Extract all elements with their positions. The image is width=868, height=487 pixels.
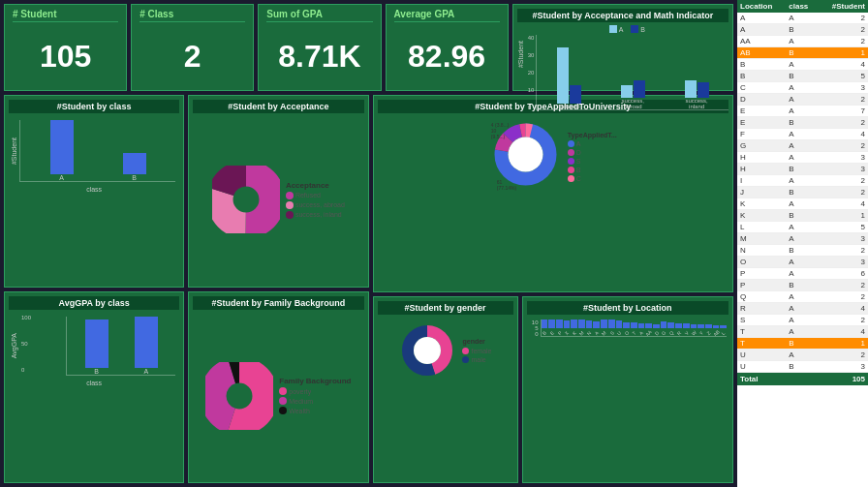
table-row: D A 2: [737, 94, 868, 106]
student-table: Location class #Student A A 2 A B 2 AA A…: [737, 0, 868, 385]
cell-count: 2: [819, 245, 868, 257]
middle-charts: #Student by Acceptance Acceptance: [188, 95, 368, 483]
location-bar-group: R: [675, 320, 682, 336]
location-label: V: [683, 329, 690, 336]
location-bar-group: G: [661, 320, 667, 336]
table-row: P A 6: [737, 268, 868, 280]
cell-class: A: [786, 198, 818, 210]
cell-class: A: [786, 152, 818, 164]
type-applied-legend: TypeAppliedT... A D S: [568, 132, 617, 182]
table-row: AB B 1: [737, 47, 868, 59]
table-row: E B 2: [737, 117, 868, 129]
cell-location: P: [737, 268, 786, 280]
kpi-avg-gpa-value: 82.96: [394, 26, 500, 86]
table-row: B B 5: [737, 71, 868, 82]
location-bar-group: K: [571, 320, 577, 336]
avg-gpa-by-class-card: AvgGPA by class AvgGPA 100500 B: [4, 291, 184, 484]
table-row: I A 2: [737, 175, 868, 187]
cell-class: B: [786, 47, 818, 59]
gender-legend: gender female male: [462, 338, 491, 363]
family-bg-pie: [205, 362, 273, 430]
location-label: O: [623, 329, 630, 336]
location-label: N: [586, 329, 593, 336]
cell-class: A: [786, 13, 818, 24]
location-bar: [691, 324, 698, 328]
location-label: Z: [705, 329, 711, 335]
location-label: Y: [698, 329, 704, 336]
total-value: 105: [819, 373, 868, 386]
location-bar-group: L: [720, 320, 727, 336]
location-bar: [608, 320, 615, 328]
location-bar: [675, 323, 682, 328]
location-bar-group: A: [593, 320, 600, 336]
location-bar-group: O: [623, 320, 630, 336]
table-row: N B 2: [737, 245, 868, 257]
kpi-student: # Student 105: [4, 4, 127, 91]
cell-count: 4: [819, 198, 868, 210]
family-bg-legend: Family Background poverty Medium Wealth: [279, 377, 351, 414]
location-bar-group: AA: [645, 320, 652, 336]
location-label: D: [653, 329, 660, 336]
location-bar: [616, 320, 623, 327]
kpi-gpa-sum-title: Sum of GPA: [266, 9, 372, 22]
location-label: E: [548, 329, 555, 336]
cell-class: A: [786, 326, 818, 338]
location-bar-group: V: [683, 320, 690, 336]
location-label: AA: [644, 328, 653, 336]
cell-class: A: [786, 233, 818, 245]
cell-count: 3: [819, 233, 868, 245]
location-title: #Student by Location: [527, 301, 729, 315]
location-bar-group: E: [548, 320, 555, 336]
location-label: B: [542, 329, 548, 336]
cell-location: D: [737, 94, 786, 106]
location-bar-group: Y: [698, 320, 704, 336]
location-label: K: [571, 329, 577, 336]
location-bar-group: U: [616, 320, 623, 336]
kpi-student-value: 105: [13, 26, 118, 86]
location-bar-group: N: [586, 320, 593, 336]
cell-location: H: [737, 152, 786, 164]
svg-point-11: [508, 137, 542, 172]
location-label: S: [608, 329, 615, 336]
kpi-row: # Student 105 # Class 2 Sum of GPA 8.71K…: [4, 4, 733, 91]
location-bar-group: X: [564, 320, 571, 336]
cell-count: 5: [819, 71, 868, 82]
location-bar: [638, 323, 645, 328]
location-bar-group: S: [608, 320, 615, 336]
cell-count: 3: [819, 152, 868, 164]
location-bar: [548, 320, 555, 328]
cell-location: A: [737, 24, 786, 36]
cell-count: 2: [819, 36, 868, 47]
table-row: K A 4: [737, 198, 868, 210]
location-bar: [683, 323, 690, 327]
cell-count: 3: [819, 257, 868, 268]
cell-location: T: [737, 326, 786, 338]
cell-count: 2: [819, 94, 868, 106]
cell-count: 2: [819, 291, 868, 303]
table-row: S A 2: [737, 315, 868, 326]
location-bar-group: Q: [667, 320, 674, 336]
location-bar-group: B: [542, 320, 548, 336]
location-label: X: [564, 329, 571, 336]
cell-location: G: [737, 140, 786, 152]
cell-class: A: [786, 303, 818, 315]
location-bar: [645, 323, 652, 327]
cell-count: 3: [819, 361, 868, 373]
cell-location: K: [737, 210, 786, 222]
cell-location: Q: [737, 291, 786, 303]
cell-location: AB: [737, 47, 786, 59]
cell-location: R: [737, 303, 786, 315]
cell-location: S: [737, 315, 786, 326]
kpi-class-value: 2: [140, 26, 245, 86]
location-label: R: [675, 329, 682, 336]
location-label: M: [601, 329, 607, 336]
cell-count: 4: [819, 129, 868, 140]
cell-class: A: [786, 268, 818, 280]
acceptance-legend: Acceptance Refused success, abroad succe…: [286, 181, 345, 219]
table-row: U A 2: [737, 350, 868, 361]
location-bar-group: M: [578, 320, 585, 336]
location-bar: [623, 322, 630, 328]
cell-class: B: [786, 245, 818, 257]
location-bar-group: M: [601, 320, 607, 336]
table-row: P B 2: [737, 280, 868, 291]
